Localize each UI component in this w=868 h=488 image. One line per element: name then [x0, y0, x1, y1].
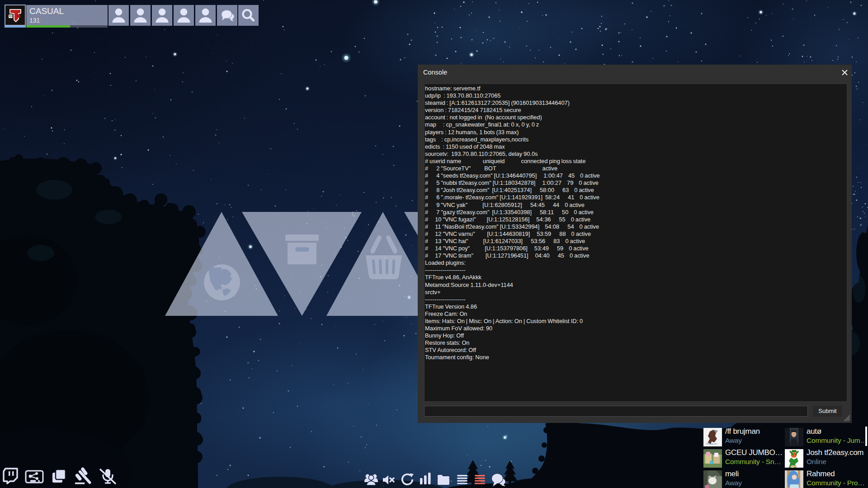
svg-text:R8daLes: R8daLes	[706, 442, 717, 445]
svg-text:TF2: TF2	[9, 15, 14, 18]
